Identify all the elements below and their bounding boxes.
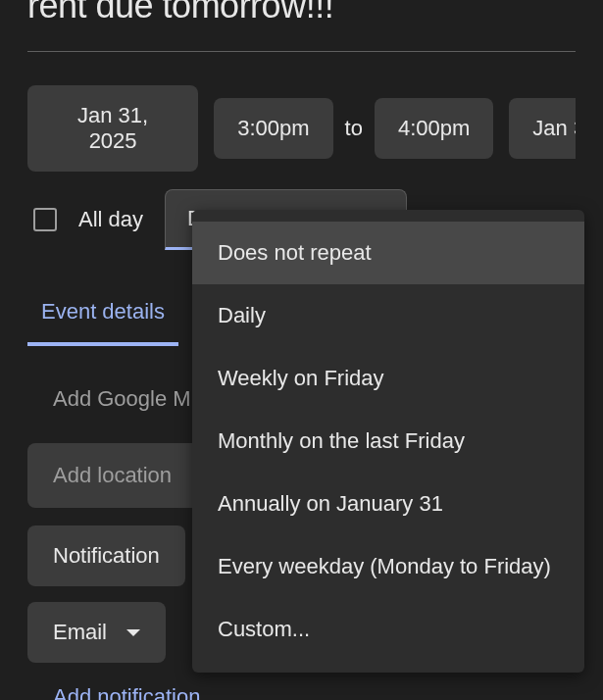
repeat-option-weekly[interactable]: Weekly on Friday	[192, 347, 584, 410]
event-title[interactable]: rent due tomorrow!!!	[0, 0, 603, 26]
end-time-chip[interactable]: 4:00pm	[375, 98, 493, 159]
notification-type-label: Notification	[53, 543, 160, 569]
chevron-down-icon	[126, 629, 140, 636]
notification-type-select[interactable]: Notification	[27, 525, 185, 586]
email-type-select[interactable]: Email	[27, 602, 166, 663]
repeat-option-does-not-repeat[interactable]: Does not repeat	[192, 222, 584, 284]
end-date-chip[interactable]: Jan 31, 2025	[509, 98, 576, 159]
email-type-label: Email	[53, 620, 107, 645]
allday-label: All day	[78, 207, 143, 232]
repeat-option-daily[interactable]: Daily	[192, 284, 584, 347]
repeat-option-monthly[interactable]: Monthly on the last Friday	[192, 410, 584, 473]
start-date-chip[interactable]: Jan 31, 2025	[27, 85, 198, 172]
repeat-dropdown: Does not repeat Daily Weekly on Friday M…	[192, 210, 584, 673]
tab-event-details[interactable]: Event details	[27, 299, 178, 346]
add-notification-button[interactable]: Add notification	[0, 684, 603, 700]
repeat-option-custom[interactable]: Custom...	[192, 598, 584, 661]
allday-checkbox[interactable]	[33, 208, 57, 231]
to-label: to	[345, 116, 363, 141]
start-time-chip[interactable]: 3:00pm	[214, 98, 332, 159]
repeat-option-annually[interactable]: Annually on January 31	[192, 473, 584, 535]
title-divider	[27, 51, 576, 52]
datetime-row: Jan 31, 2025 3:00pm to 4:00pm Jan 31, 20…	[0, 85, 603, 172]
repeat-option-every-weekday[interactable]: Every weekday (Monday to Friday)	[192, 535, 584, 598]
